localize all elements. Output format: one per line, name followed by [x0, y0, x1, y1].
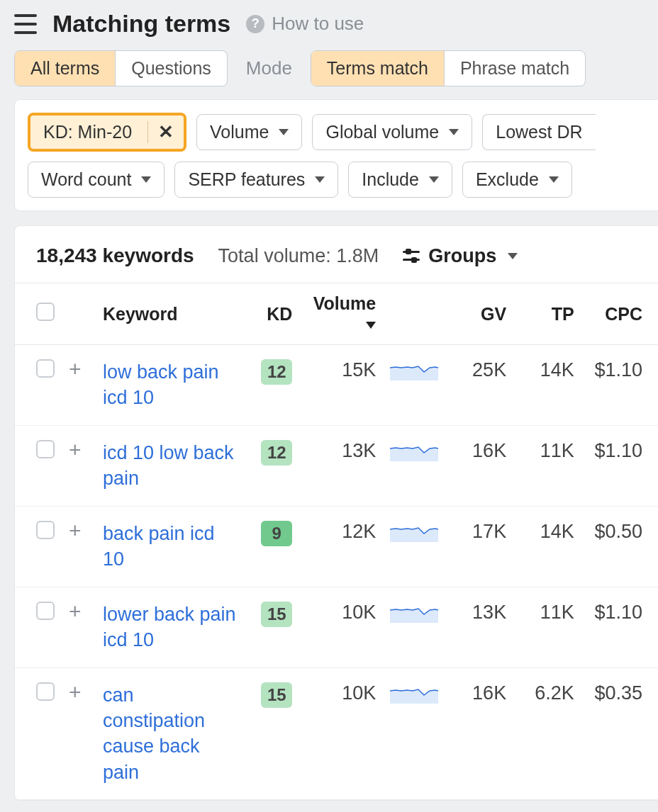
- keyword-link[interactable]: lower back pain icd 10: [103, 602, 238, 653]
- filter-kd[interactable]: KD: Min-20 ✕: [28, 113, 186, 152]
- keyword-link[interactable]: low back pain icd 10: [103, 359, 238, 411]
- chevron-down-icon: [279, 129, 289, 135]
- chevron-down-icon: [549, 176, 559, 183]
- tp-value: 6.2K: [513, 667, 581, 800]
- col-gv[interactable]: GV: [447, 283, 513, 345]
- volume-value: 15K: [299, 345, 383, 426]
- gv-value: 16K: [447, 425, 513, 506]
- filter-exclude[interactable]: Exclude: [462, 162, 572, 198]
- sort-desc-icon: [366, 322, 376, 329]
- gv-value: 16K: [447, 667, 513, 800]
- filter-word-count[interactable]: Word count: [28, 162, 164, 198]
- add-icon[interactable]: +: [69, 602, 89, 621]
- chevron-down-icon: [429, 176, 439, 183]
- help-label: How to use: [272, 13, 364, 35]
- sparkline-chart: [390, 682, 438, 704]
- total-volume: Total volume: 1.8M: [218, 245, 379, 267]
- view-tabs: All termsQuestions: [14, 50, 228, 86]
- add-icon[interactable]: +: [69, 359, 89, 379]
- cpc-value: $1.10: [581, 587, 658, 667]
- chevron-down-icon: [449, 129, 459, 135]
- volume-value: 10K: [299, 587, 383, 667]
- filter-kd-label: KD: Min-20: [43, 122, 132, 142]
- tab-phrase-match[interactable]: Phrase match: [445, 51, 585, 86]
- filter-lowest-dr[interactable]: Lowest DR: [482, 114, 595, 150]
- table-row: + lower back pain icd 10 15 10K 13K 11K …: [15, 587, 658, 667]
- tp-value: 11K: [513, 587, 581, 667]
- kd-badge: 9: [261, 521, 292, 546]
- volume-value: 10K: [299, 667, 383, 800]
- filter-include[interactable]: Include: [348, 162, 452, 198]
- chevron-down-icon: [141, 176, 151, 183]
- volume-value: 12K: [299, 506, 383, 587]
- col-keyword[interactable]: Keyword: [96, 283, 245, 345]
- table-row: + back pain icd 10 9 12K 17K 14K $0.50: [15, 506, 658, 587]
- row-checkbox[interactable]: [36, 682, 55, 701]
- mode-label: Mode: [246, 57, 292, 79]
- select-all-checkbox[interactable]: [36, 303, 55, 321]
- row-checkbox[interactable]: [36, 521, 55, 539]
- filter-serp-features[interactable]: SERP features: [174, 162, 338, 198]
- add-icon[interactable]: +: [69, 682, 89, 702]
- table-row: + can constipation cause back pain 15 10…: [15, 667, 658, 800]
- tp-value: 14K: [513, 506, 581, 587]
- tab-all-terms[interactable]: All terms: [15, 51, 116, 86]
- col-tp[interactable]: TP: [513, 283, 581, 345]
- chevron-down-icon: [315, 176, 325, 183]
- sliders-icon: [403, 248, 420, 264]
- cpc-value: $1.10: [581, 425, 658, 506]
- sparkline-chart: [390, 521, 438, 542]
- filter-volume[interactable]: Volume: [196, 114, 302, 150]
- filters-panel: KD: Min-20 ✕ Volume Global volume Lowest…: [14, 99, 658, 211]
- keyword-link[interactable]: can constipation cause back pain: [103, 682, 238, 786]
- col-volume[interactable]: Volume: [299, 283, 383, 345]
- sparkline-chart: [390, 440, 438, 461]
- kd-badge: 15: [261, 682, 292, 708]
- col-kd[interactable]: KD: [245, 283, 299, 345]
- tab-terms-match[interactable]: Terms match: [311, 51, 445, 86]
- table-row: + low back pain icd 10 12 15K 25K 14K $1…: [15, 345, 658, 426]
- keywords-table: Keyword KD Volume GV TP CPC + low back p…: [15, 283, 658, 800]
- help-icon: ?: [246, 15, 264, 33]
- filter-global-volume[interactable]: Global volume: [312, 114, 472, 150]
- add-icon[interactable]: +: [69, 521, 89, 541]
- row-checkbox[interactable]: [36, 602, 55, 620]
- kd-badge: 15: [261, 602, 292, 627]
- cpc-value: $1.10: [581, 345, 658, 426]
- gv-value: 25K: [447, 345, 513, 426]
- close-icon[interactable]: ✕: [147, 121, 184, 143]
- tab-questions[interactable]: Questions: [116, 51, 227, 86]
- col-cpc[interactable]: CPC: [581, 283, 658, 345]
- row-checkbox[interactable]: [36, 440, 55, 458]
- mode-tabs: Terms matchPhrase match: [311, 50, 586, 86]
- keyword-link[interactable]: icd 10 low back pain: [103, 440, 238, 492]
- tp-value: 14K: [513, 345, 581, 426]
- tp-value: 11K: [513, 425, 581, 506]
- kd-badge: 12: [261, 440, 292, 466]
- volume-value: 13K: [299, 425, 383, 506]
- row-checkbox[interactable]: [36, 359, 55, 378]
- menu-icon[interactable]: [14, 14, 37, 34]
- gv-value: 17K: [447, 506, 513, 587]
- sparkline-chart: [390, 602, 438, 623]
- keyword-count: 18,243 keywords: [36, 244, 194, 267]
- how-to-use-link[interactable]: ? How to use: [246, 13, 364, 35]
- cpc-value: $0.35: [581, 667, 658, 800]
- keyword-link[interactable]: back pain icd 10: [103, 521, 238, 573]
- page-title: Matching terms: [52, 10, 230, 38]
- kd-badge: 12: [261, 359, 292, 385]
- sparkline-chart: [390, 359, 438, 380]
- cpc-value: $0.50: [581, 506, 658, 587]
- groups-toggle[interactable]: Groups: [403, 245, 518, 267]
- results-panel: 18,243 keywords Total volume: 1.8M Group…: [14, 225, 658, 801]
- gv-value: 13K: [447, 587, 513, 667]
- chevron-down-icon: [508, 253, 518, 259]
- table-row: + icd 10 low back pain 12 13K 16K 11K $1…: [15, 425, 658, 506]
- add-icon[interactable]: +: [69, 440, 89, 460]
